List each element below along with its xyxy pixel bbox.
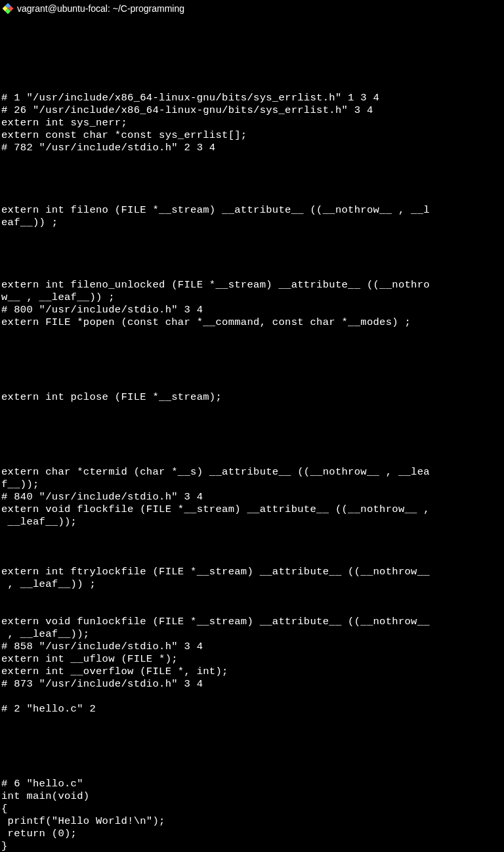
window-title: vagrant@ubuntu-focal: ~/C-programming — [17, 3, 184, 14]
window-titlebar: vagrant@ubuntu-focal: ~/C-programming — [0, 0, 504, 17]
terminal-output: # 1 "/usr/include/x86_64-linux-gnu/bits/… — [0, 42, 504, 852]
terminal-pane[interactable]: # 1 "/usr/include/x86_64-linux-gnu/bits/… — [0, 17, 504, 852]
app-icon — [3, 3, 13, 14]
